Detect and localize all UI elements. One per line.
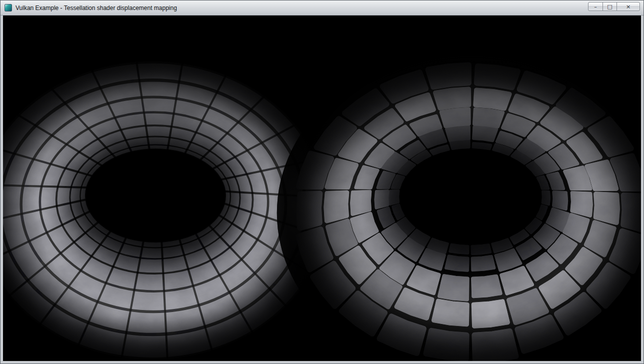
window-title: Vulkan Example - Tessellation shader dis…: [16, 4, 177, 12]
torus-right-displacement-mapped: [266, 35, 641, 361]
maximize-button[interactable]: □: [602, 2, 617, 11]
close-icon: ×: [626, 4, 630, 10]
window-controls: – □ ×: [588, 2, 640, 11]
app-icon: [4, 4, 12, 12]
vulkan-3d-scene: [3, 16, 641, 361]
render-viewport[interactable]: [3, 16, 641, 361]
titlebar[interactable]: Vulkan Example - Tessellation shader dis…: [0, 0, 644, 16]
maximize-icon: □: [607, 4, 612, 10]
app-window: Vulkan Example - Tessellation shader dis…: [0, 0, 644, 364]
minimize-icon: –: [594, 4, 597, 10]
close-button[interactable]: ×: [616, 2, 640, 11]
minimize-button[interactable]: –: [588, 2, 603, 11]
